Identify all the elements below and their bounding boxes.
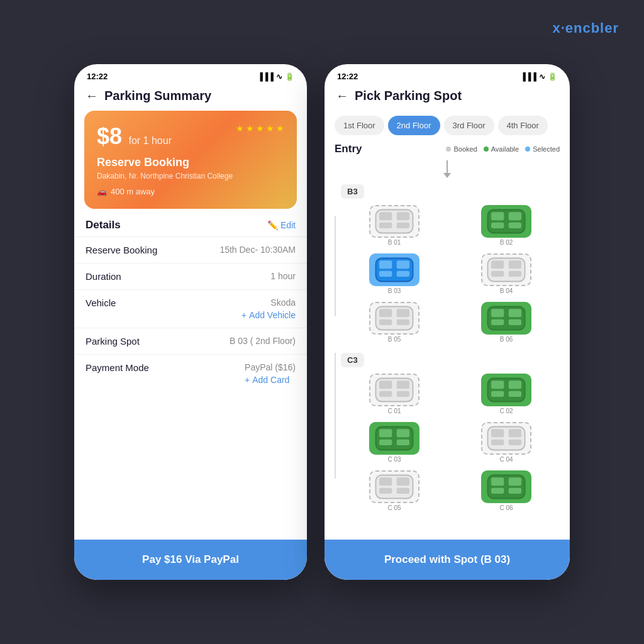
spot-c06-box[interactable] [481, 470, 531, 503]
spot-c02-box[interactable] [481, 374, 531, 406]
spot-c01-label: C 01 [387, 408, 401, 414]
detail-row-duration: Duration 1 hour [74, 263, 307, 289]
spot-c04[interactable]: C 04 [453, 419, 560, 465]
back-button-right[interactable]: ← [336, 89, 348, 103]
svg-rect-56 [397, 488, 409, 494]
spot-b05-box[interactable] [369, 302, 419, 335]
spot-b02-box[interactable] [481, 205, 531, 238]
svg-rect-55 [379, 488, 392, 494]
svg-rect-50 [491, 440, 504, 445]
spot-b06-box[interactable] [481, 302, 531, 335]
spot-c02[interactable]: C 02 [453, 371, 560, 417]
proceed-button[interactable]: Proceed with Spot (B 03) [325, 540, 570, 580]
star-5: ★ [276, 123, 284, 133]
detail-label-parking: Parking Spot [86, 336, 140, 347]
spot-b03-box[interactable] [369, 253, 419, 286]
add-vehicle-button[interactable]: + Add Vehicle [242, 310, 296, 320]
time-right: 12:22 [337, 72, 358, 81]
divider-c [335, 353, 336, 479]
svg-rect-16 [397, 271, 409, 277]
spot-b01[interactable]: B 01 [341, 203, 448, 248]
hero-distance: 🚗 400 m away [97, 187, 284, 196]
spot-c06[interactable]: C 06 [453, 468, 560, 514]
hero-booking-title: Reserve Booking [97, 156, 284, 169]
spot-c05[interactable]: C 05 [341, 468, 448, 514]
detail-row-parking: Parking Spot B 03 ( 2nd Floor) [74, 328, 307, 354]
spot-b05[interactable]: B 05 [341, 299, 448, 345]
svg-rect-38 [491, 380, 504, 389]
legend-available: Available [484, 145, 519, 153]
spot-c01[interactable]: C 01 [341, 371, 448, 417]
battery-icon-right: 🔋 [548, 72, 557, 81]
spot-b04[interactable]: B 04 [453, 251, 560, 297]
detail-value-duration: 1 hour [270, 271, 296, 281]
spot-c03[interactable]: C 03 [341, 419, 448, 465]
detail-row-payment: Payment Mode PayPal ($16) + Add Card [74, 354, 307, 392]
edit-icon: ✏️ [267, 220, 278, 230]
tab-1st-floor[interactable]: 1st Floor [335, 116, 384, 135]
tab-2nd-floor[interactable]: 2nd Floor [388, 116, 440, 135]
spot-b01-label: B 01 [388, 239, 401, 246]
entry-arrow [335, 160, 560, 179]
legend-booked: Booked [446, 145, 477, 153]
tab-4th-floor[interactable]: 4th Floor [498, 116, 548, 135]
svg-rect-14 [397, 260, 409, 269]
row-b05-b06: B 05 [341, 299, 560, 345]
detail-value-booking: 15th Dec- 10:30AM [219, 245, 296, 255]
svg-rect-18 [491, 260, 504, 269]
status-icons-left: ▐▐▐ ∿ 🔋 [257, 72, 294, 81]
detail-value-vehicle: Skoda [242, 297, 296, 308]
section-c3-spots: C3 [341, 353, 560, 516]
spot-b02[interactable]: B 02 [453, 203, 560, 248]
svg-rect-53 [379, 477, 392, 486]
svg-rect-19 [509, 260, 521, 269]
detail-value-parking: B 03 ( 2nd Floor) [230, 336, 296, 346]
svg-rect-13 [379, 260, 392, 269]
spot-c04-box[interactable] [481, 422, 531, 455]
spot-c02-label: C 02 [499, 408, 513, 414]
spot-b04-box[interactable] [481, 253, 531, 286]
pay-button[interactable]: Pay $16 Via PayPal [74, 540, 307, 580]
spot-c01-box[interactable] [369, 374, 419, 406]
wifi-icon: ∿ [276, 72, 282, 81]
floor-tabs: 1st Floor 2nd Floor 3rd Floor 4th Floor [325, 111, 570, 143]
wifi-icon-right: ∿ [539, 72, 545, 81]
row-b01-b02: B 01 [341, 203, 560, 248]
spot-b01-box[interactable] [369, 205, 419, 238]
row-c01-c02: C 01 [341, 371, 560, 417]
svg-rect-48 [491, 429, 504, 437]
svg-rect-5 [379, 223, 392, 228]
svg-rect-29 [509, 309, 521, 317]
spot-c03-box[interactable] [369, 422, 419, 455]
svg-rect-41 [509, 391, 521, 397]
star-rating: ★ ★ ★ ★ ★ [236, 123, 284, 133]
add-card-button[interactable]: + Add Card [245, 375, 296, 385]
svg-rect-43 [379, 429, 392, 437]
svg-rect-35 [379, 391, 392, 397]
svg-rect-20 [491, 271, 504, 277]
back-button-left[interactable]: ← [86, 89, 98, 103]
svg-rect-60 [491, 488, 504, 494]
svg-rect-34 [397, 380, 409, 389]
tab-3rd-floor[interactable]: 3rd Floor [444, 116, 494, 135]
parking-grid-area: Entry Booked Available Selected [325, 143, 570, 533]
page-header-right: ← Pick Parking Spot [325, 84, 570, 111]
edit-button[interactable]: ✏️ Edit [267, 220, 296, 230]
spot-c05-box[interactable] [369, 470, 419, 503]
svg-rect-11 [509, 223, 521, 228]
dot-available [484, 147, 489, 152]
svg-rect-45 [379, 440, 392, 445]
section-c3-header: C3 [335, 353, 560, 516]
spot-b03[interactable]: B 03 [341, 251, 448, 297]
details-title: Details [86, 219, 121, 231]
svg-rect-54 [397, 477, 409, 486]
svg-rect-4 [397, 212, 409, 220]
svg-rect-9 [509, 212, 521, 220]
details-header: Details ✏️ Edit [74, 209, 307, 236]
spot-b06[interactable]: B 06 [453, 299, 560, 345]
spot-b03-label: B 03 [388, 287, 401, 294]
spot-c04-label: C 04 [499, 456, 513, 463]
dot-selected [525, 147, 530, 152]
svg-rect-24 [397, 309, 409, 317]
legend-selected: Selected [525, 145, 560, 153]
